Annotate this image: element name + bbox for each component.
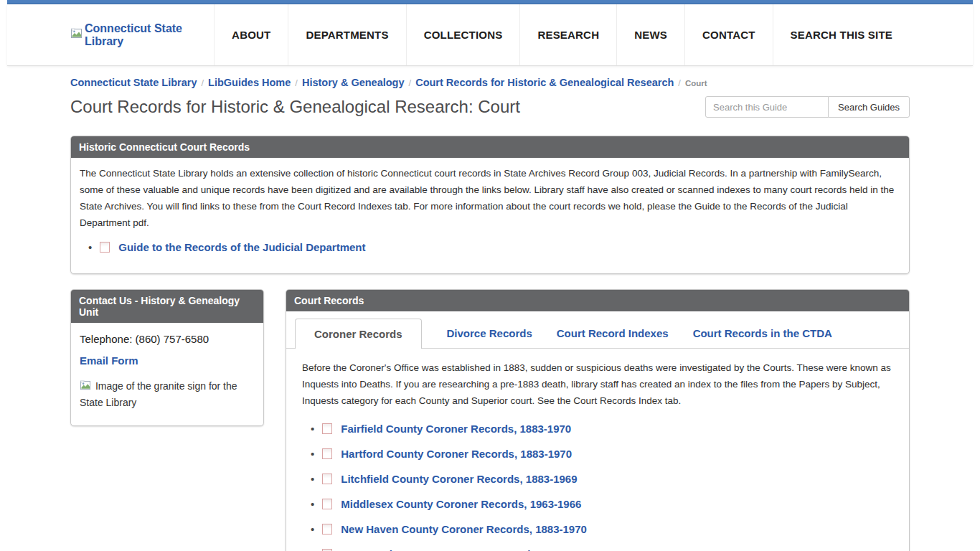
coroner-records-paragraph: Before the Coroner's Office was establis… bbox=[302, 359, 893, 409]
broken-image-icon bbox=[80, 380, 95, 392]
breadcrumb: Connecticut State Library/LibGuides Home… bbox=[70, 66, 910, 88]
new-london-coroner-records-link[interactable]: New London County Coroner Records, 1883-… bbox=[341, 548, 594, 551]
judicial-department-guide-link[interactable]: Guide to the Records of the Judicial Dep… bbox=[118, 241, 365, 253]
guide-search: Search Guides bbox=[705, 96, 910, 118]
breadcrumb-link-court-records-guide[interactable]: Court Records for Historic & Genealogica… bbox=[415, 77, 674, 88]
list-item: Middlesex County Coroner Records, 1963-1… bbox=[311, 498, 893, 510]
nav-item-collections[interactable]: COLLECTIONS bbox=[406, 4, 520, 65]
court-records-box: Court Records Coroner Records Divorce Re… bbox=[286, 289, 910, 551]
list-item: Litchfield County Coroner Records, 1883-… bbox=[311, 473, 893, 485]
nav-item-news[interactable]: NEWS bbox=[616, 4, 684, 65]
tab-divorce-records[interactable]: Divorce Records bbox=[435, 319, 545, 348]
new-haven-coroner-records-link[interactable]: New Haven County Coroner Records, 1883-1… bbox=[341, 523, 587, 535]
breadcrumb-link-libguides[interactable]: LibGuides Home bbox=[208, 77, 291, 88]
document-thumbnail-icon bbox=[322, 474, 332, 484]
coroner-records-panel: Before the Coroner's Office was establis… bbox=[286, 349, 909, 551]
telephone-text: Telephone: (860) 757-6580 bbox=[80, 333, 255, 345]
breadcrumb-separator: / bbox=[201, 77, 204, 88]
historic-court-records-box: Historic Connecticut Court Records The C… bbox=[70, 136, 910, 274]
nav-item-about[interactable]: ABOUT bbox=[214, 4, 288, 65]
nav-item-contact[interactable]: CONTACT bbox=[684, 4, 773, 65]
historic-court-records-paragraph: The Connecticut State Library holds an e… bbox=[80, 165, 900, 231]
broken-image-icon bbox=[70, 28, 83, 42]
document-thumbnail-icon bbox=[322, 499, 332, 509]
document-thumbnail-icon bbox=[322, 423, 332, 434]
contact-us-box-title: Contact Us - History & Genealogy Unit bbox=[71, 290, 263, 323]
breadcrumb-separator: / bbox=[409, 77, 412, 88]
site-logo-link[interactable]: Connecticut State Library bbox=[70, 4, 214, 65]
breadcrumb-link-history-genealogy[interactable]: History & Genealogy bbox=[302, 77, 405, 88]
list-item: New Haven County Coroner Records, 1883-1… bbox=[311, 523, 893, 535]
court-records-tabs: Coroner Records Divorce Records Court Re… bbox=[286, 311, 909, 349]
middlesex-coroner-records-link[interactable]: Middlesex County Coroner Records, 1963-1… bbox=[341, 498, 581, 510]
document-thumbnail-icon bbox=[322, 524, 332, 534]
litchfield-coroner-records-link[interactable]: Litchfield County Coroner Records, 1883-… bbox=[341, 473, 577, 485]
nav-item-departments[interactable]: DEPARTMENTS bbox=[288, 4, 405, 65]
search-guides-button[interactable]: Search Guides bbox=[828, 96, 910, 118]
court-records-box-title: Court Records bbox=[286, 290, 909, 311]
email-form-link[interactable]: Email Form bbox=[80, 354, 138, 367]
contact-us-box: Contact Us - History & Genealogy Unit Te… bbox=[70, 289, 264, 426]
breadcrumb-separator: / bbox=[678, 77, 681, 88]
list-item: Hartford County Coroner Records, 1883-19… bbox=[311, 448, 893, 460]
tab-court-record-indexes[interactable]: Court Record Indexes bbox=[545, 319, 681, 348]
tab-coroner-records[interactable]: Coroner Records bbox=[295, 319, 422, 349]
list-item: Fairfield County Coroner Records, 1883-1… bbox=[311, 423, 893, 435]
main-nav: ABOUT DEPARTMENTS COLLECTIONS RESEARCH N… bbox=[214, 4, 910, 65]
fairfield-coroner-records-link[interactable]: Fairfield County Coroner Records, 1883-1… bbox=[341, 423, 571, 435]
site-logo-text: Connecticut State Library bbox=[85, 22, 214, 48]
list-item: New London County Coroner Records, 1883-… bbox=[311, 548, 893, 551]
breadcrumb-link-library[interactable]: Connecticut State Library bbox=[70, 77, 197, 88]
breadcrumb-current: Court bbox=[685, 79, 707, 88]
tab-court-records-in-ctda[interactable]: Court Records in the CTDA bbox=[681, 319, 844, 348]
historic-court-records-box-title: Historic Connecticut Court Records bbox=[71, 136, 909, 158]
breadcrumb-separator: / bbox=[295, 77, 298, 88]
guide-search-input[interactable] bbox=[705, 96, 829, 118]
hartford-coroner-records-link[interactable]: Hartford County Coroner Records, 1883-19… bbox=[341, 448, 572, 460]
granite-sign-image-alt: Image of the granite sign for the State … bbox=[80, 378, 255, 411]
list-item: Guide to the Records of the Judicial Dep… bbox=[88, 241, 900, 253]
site-header: Connecticut State Library ABOUT DEPARTME… bbox=[7, 4, 973, 66]
document-thumbnail-icon bbox=[100, 242, 110, 253]
nav-item-search-this-site[interactable]: SEARCH THIS SITE bbox=[773, 4, 910, 65]
page-title: Court Records for Historic & Genealogica… bbox=[70, 97, 520, 117]
document-thumbnail-icon bbox=[322, 448, 332, 459]
nav-item-research[interactable]: RESEARCH bbox=[519, 4, 616, 65]
